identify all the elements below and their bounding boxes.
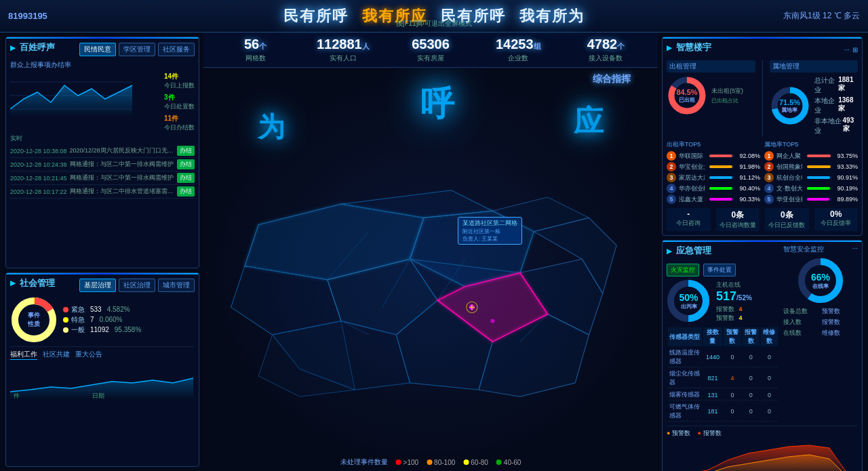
today-feedback-rate: 0% 今日反馈率 (814, 208, 859, 231)
float-char-hu: 呼 (420, 81, 454, 127)
building-expand-btn[interactable]: ⊞ (852, 46, 858, 54)
stat-label-fangwu: 实有房屋 (417, 54, 444, 63)
tab-miqingminyi[interactable]: 民情民意 (79, 43, 116, 56)
emergency-bottom-chart: ●预警数 ●报警数 (667, 426, 858, 471)
stat-value-wanggeshu: 56个 (244, 37, 267, 52)
resident-ring-inner: 71.5% 属地率 (779, 98, 800, 114)
fire-monitor-btn[interactable]: 火灾监控 (667, 264, 699, 277)
building-section: ▶ 智慧楼宇 ··· ⊞ 出租管理 (662, 37, 863, 236)
title-part-1: 民有所呼 (283, 6, 349, 26)
security-gauge-inner: 66% 在线率 (811, 272, 830, 290)
event-list: 2020-12-28 10:38:08 2020/12/28周六居民反映大门门口… (10, 144, 195, 199)
metric-done: 11件 (164, 114, 195, 123)
today-zixun-num: 0条 今日咨询数量 (716, 208, 760, 231)
chart-title-label: 群众上报事项办结率 (10, 60, 195, 70)
event-process-btn[interactable]: 事件处置 (703, 264, 736, 277)
stat-local-company: 本地企业 1368家 (814, 96, 859, 116)
baixin-header: ▶ 百姓呼声 民情民意 学区管理 社区服务 (10, 41, 195, 58)
legend-dot-100 (396, 459, 401, 465)
res-rank-4: 4 文·数创大厦 90.19% (764, 184, 858, 193)
exit-top5-title: 出租率TOP5 (667, 140, 760, 149)
sensor-col-alarm: 报警数 (743, 327, 760, 346)
tab-shequfuwu[interactable]: 社区服务 (158, 43, 195, 56)
society-section: ▶ 社会管理 基层治理 社区治理 城市管理 (5, 272, 199, 467)
legend-dot-yiban (63, 327, 68, 333)
security-gauge-wrap: 66% 在线率 (783, 257, 858, 304)
legend-teji: 特急 7 0.060% (63, 315, 141, 325)
float-char-ying: 应 (574, 102, 604, 142)
resident-management: 属地管理 71.5% 属地率 (770, 60, 859, 136)
tab-chengshiguanli[interactable]: 城市管理 (158, 279, 195, 292)
stat-shebei: 4782个 接入设备数 (562, 37, 650, 63)
legend-yiban: 一般 11092 95.358% (63, 325, 141, 335)
tab-jicengzhili[interactable]: 基层治理 (79, 279, 116, 292)
society-donut: 事件 性质 (10, 296, 58, 344)
baixin-tabs[interactable]: 民情民意 学区管理 社区服务 (79, 43, 195, 56)
sensor-row-1: 线路温度传感器 1440 0 0 0 (668, 348, 778, 367)
exit-ring-area: 84.5% 已出租 未出租(5室) 已出租占比 (667, 75, 755, 116)
resident-title: 属地管理 (770, 60, 859, 73)
center-panel: 56个 网格数 112881人 实有人口 65306 实有房屋 14253组 (203, 33, 658, 471)
stat-value-shebei: 4782个 (587, 37, 625, 52)
map-badge: 某道路社区第二网格 附近社区第一栋 负责人: 王某某 (458, 217, 522, 245)
tab-fuligongzuo[interactable]: 福利工作 (10, 350, 37, 360)
building-more-btn[interactable]: ··· (844, 46, 850, 54)
fire-area: 火灾监控 事件处置 (667, 264, 779, 277)
emergency-left: ▶ 应急管理 火灾监控 事件处置 (667, 245, 779, 423)
tab-shequzhili[interactable]: 社区治理 (119, 279, 155, 292)
exit-no-label: 未出租(5室) 已出租占比 (711, 87, 743, 104)
resident-top5-title: 属地率TOP5 (764, 140, 858, 149)
event-badge-3: 办结 (177, 173, 195, 183)
stat-value-renkou: 112881人 (317, 37, 370, 52)
main-content: ▶ 百姓呼声 民情民意 学区管理 社区服务 群众上报事项办结率 (0, 33, 868, 471)
svg-text:件: 件 (14, 392, 20, 398)
exit-top5: 出租率TOP5 1 华联国际 92.08% 2 华宝创业大楼 (667, 140, 760, 205)
exit-rank-4: 4 华亦创业楼 90.40% (667, 184, 760, 193)
tab-zhongdagonggao[interactable]: 重大公告 (75, 350, 102, 360)
stat-fangwu: 65306 实有房屋 (387, 37, 474, 63)
metric-process: 3件 (164, 93, 195, 102)
exit-rank-3: 3 家居达大厦 91.12% (667, 173, 760, 182)
exit-title: 出租管理 (667, 60, 755, 73)
society-tabs[interactable]: 基层治理 社区治理 城市管理 (79, 279, 195, 292)
society-header: ▶ 社会管理 基层治理 社区治理 城市管理 (10, 277, 195, 293)
society-bottom-chart: 日期 件 (10, 361, 195, 398)
building-more-btns[interactable]: ··· ⊞ (844, 46, 858, 54)
event-badge-1: 办结 (177, 146, 195, 156)
society-title: ▶ 社会管理 (10, 277, 55, 289)
map-legend: 未处理事件数量 >100 80-100 60-80 40-60 (340, 457, 521, 467)
exit-donut: 84.5% 已出租 (667, 75, 707, 116)
stat-value-qiye: 14253组 (496, 37, 541, 52)
emergency-title: ▶ 应急管理 (667, 245, 711, 257)
res-rank-1: 1 网企人聚 93.75% (764, 151, 858, 161)
legend-dot-teji (63, 317, 68, 323)
tab-xuequguanli[interactable]: 学区管理 (119, 43, 155, 56)
res-rank-3: 3 杭创台全科技大厦 90.91% (764, 173, 858, 182)
outvill-ring: 50% 出丙率 (667, 279, 711, 323)
map-title: 综合指挥 (593, 73, 631, 85)
event-badge-2: 办结 (177, 159, 195, 169)
security-more-btn[interactable]: ··· (852, 245, 858, 254)
event-item-4: 2020-12-28 10:17:22 网格通报：与区二中排水管道堵塞需疏通 办… (10, 185, 195, 199)
emergency-arrow-icon: ▶ (667, 247, 672, 255)
float-char-wei: 为 (258, 108, 285, 146)
society-bottom-tabs[interactable]: 福利工作 社区共建 重大公告 (10, 346, 195, 360)
event-time-1: 2020-12-28 10:38:08 (10, 148, 67, 155)
tab-shequgongjian[interactable]: 社区共建 (43, 350, 70, 360)
event-text-1: 2020/12/28周六居民反映大门门口无法正常使用 (70, 146, 174, 155)
legend-jiji: 紧急 533 4.582% (63, 305, 141, 314)
sensor-col-type: 传感器类型 (668, 327, 702, 346)
header-hint: 按[F11]即可退出全屏模式 (396, 19, 473, 28)
header: 81993195 民有所呼 我有所应 民有所呼 我有所为 按[F11]即可退出全… (0, 0, 868, 33)
exit-rank-2: 2 华宝创业大楼 91.98% (667, 162, 760, 171)
stats-row: 56个 网格数 112881人 实有人口 65306 实有房屋 14253组 (203, 33, 658, 68)
legend-dot-jiji (63, 307, 68, 312)
security-section: 智慧安全监控 ··· 66% 在线率 (783, 245, 858, 423)
baixin-metrics: 14件 今日上报数 3件 今日处置数 11件 今日办结数 (164, 72, 195, 132)
event-item-2: 2020-12-28 10:24:38 网格通报：与区二中第一排水阀需维护 办结 (10, 158, 195, 171)
right-panel: ▶ 智慧楼宇 ··· ⊞ 出租管理 (658, 33, 868, 471)
emergency-top-area: ▶ 应急管理 火灾监控 事件处置 (667, 245, 858, 423)
today-stats: - 今日咨询 0条 今日咨询数量 0条 今日已反馈数 0% 今日反馈率 (667, 208, 858, 231)
sensor-row-4: 可燃气体传感器 181 0 0 0 (668, 402, 778, 422)
sensor-row-3: 烟雾传感器 131 0 0 0 (668, 390, 778, 401)
